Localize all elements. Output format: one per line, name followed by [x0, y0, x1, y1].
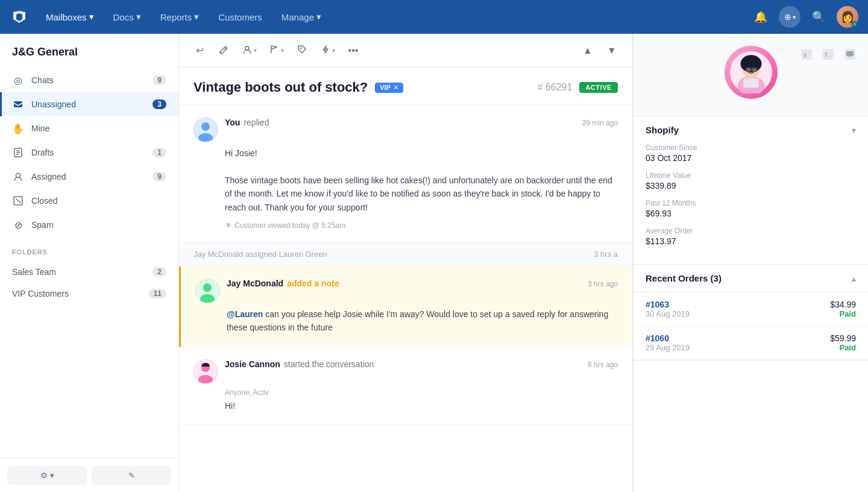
order-item: #1063 $34.99 30 Aug 2019 Paid — [634, 292, 868, 326]
tag-button[interactable] — [291, 40, 313, 62]
avg-order-row: Average Order $113.97 — [646, 227, 856, 246]
sidebar-item-sales-team[interactable]: Sales Team 2 — [0, 261, 178, 283]
user-avatar[interactable]: 👩 — [837, 6, 858, 28]
order-date: 29 Aug 2019 — [646, 343, 690, 352]
lifetime-value-value: $339.89 — [646, 181, 856, 191]
avatar — [193, 118, 218, 142]
nav-customers[interactable]: Customers — [211, 8, 269, 26]
nav-docs[interactable]: Docs ▾ — [106, 8, 148, 26]
flag-button[interactable]: ▾ — [264, 40, 289, 62]
settings-button[interactable]: ⚙ ▾ — [7, 466, 87, 485]
message-time: 3 hrs ago — [588, 280, 618, 288]
past-12-row: Past 12 Months $69.93 — [646, 199, 856, 218]
sidebar-item-label: Sales Team — [12, 267, 145, 277]
order-date: 30 Aug 2019 — [646, 309, 690, 318]
message-action: started the conversation — [284, 359, 374, 369]
message-item: You replied 29 min ago Hi Josie! Those v… — [179, 106, 632, 242]
search-icon[interactable]: 🔍 — [808, 6, 829, 28]
facebook-icon[interactable]: f — [798, 46, 815, 63]
svg-rect-34 — [746, 68, 751, 72]
vip-label: VIP — [380, 84, 391, 91]
compose-button[interactable]: ✎ — [92, 466, 171, 485]
sidebar-item-closed[interactable]: Closed — [0, 189, 178, 213]
shopify-section-header[interactable]: Shopify ▾ — [634, 116, 868, 144]
lightning-button[interactable]: ▾ — [315, 40, 340, 62]
notifications-icon[interactable]: 🔔 — [750, 6, 772, 28]
svg-rect-20 — [801, 49, 812, 60]
sidebar-bottom: ⚙ ▾ ✎ — [0, 458, 178, 492]
order-amount: $59.99 — [830, 333, 856, 343]
order-number[interactable]: #1063 — [646, 300, 669, 309]
sidebar-item-label: Closed — [31, 196, 166, 206]
sidebar-item-mine[interactable]: ✋ Mine — [0, 116, 178, 140]
prev-conversation-button[interactable]: ▲ — [577, 40, 599, 62]
assign-button[interactable]: ▾ — [237, 40, 262, 62]
nav-manage[interactable]: Manage ▾ — [274, 8, 329, 26]
svg-text:f: f — [804, 51, 807, 58]
conversation-title: Vintage boots out of stock? — [193, 80, 368, 95]
message-channel: Anyone, Activ — [225, 388, 618, 397]
order-row: #1060 $59.99 — [646, 333, 856, 343]
sidebar-item-vip-customers[interactable]: VIP Customers 11 — [0, 283, 178, 304]
conversation-id-row: # 66291 ACTIVE — [538, 82, 618, 93]
assigned-icon — [12, 171, 24, 183]
message-body: Hi! — [225, 399, 618, 412]
svg-rect-35 — [752, 68, 756, 72]
undo-icon: ↩ — [196, 45, 204, 56]
workspace-title: J&G General — [0, 34, 178, 68]
edit-button[interactable] — [213, 40, 234, 62]
chat-icon[interactable] — [841, 46, 858, 63]
unassigned-icon — [12, 98, 24, 110]
svg-point-10 — [300, 47, 302, 49]
closed-icon — [12, 195, 24, 207]
lightning-icon — [320, 44, 331, 57]
customer-since-value: 03 Oct 2017 — [646, 153, 856, 163]
message-meta: Jay McDonald added a note 3 hrs ago — [227, 279, 618, 288]
sidebar-item-chats[interactable]: ◎ Chats 9 — [0, 68, 178, 92]
orders-chevron-icon: ▴ — [852, 274, 856, 283]
chats-icon: ◎ — [12, 74, 24, 86]
more-button[interactable]: ••• — [342, 40, 364, 62]
assigned-count-badge: 9 — [153, 172, 166, 181]
message-meta: You replied 29 min ago — [225, 118, 618, 127]
app-logo[interactable] — [10, 7, 29, 27]
twitter-icon[interactable]: t — [820, 46, 837, 63]
past-12-value: $69.93 — [646, 209, 856, 218]
compose-icon: ✎ — [128, 471, 135, 480]
order-status-badge: Paid — [840, 343, 856, 352]
conversation-header: Vintage boots out of stock? VIP ✕ # 6629… — [179, 68, 632, 106]
sidebar-item-label: Mine — [31, 124, 166, 133]
avatar — [195, 279, 219, 303]
sidebar-item-unassigned[interactable]: Unassigned 3 — [0, 92, 178, 116]
sidebar-item-spam[interactable]: ⊘ Spam — [0, 213, 178, 237]
sidebar-item-label: Spam — [31, 220, 166, 230]
undo-button[interactable]: ↩ — [189, 40, 210, 62]
sales-team-count-badge: 2 — [153, 267, 166, 277]
avatar — [193, 359, 218, 383]
sidebar-item-assigned[interactable]: Assigned 9 — [0, 165, 178, 189]
nav-reports[interactable]: Reports ▾ — [153, 8, 207, 26]
sidebar-item-drafts[interactable]: Drafts 1 — [0, 140, 178, 165]
order-row-status: 30 Aug 2019 Paid — [646, 309, 856, 318]
vip-tag[interactable]: VIP ✕ — [375, 83, 403, 93]
main-layout: J&G General ◎ Chats 9 Unassigned 3 ✋ Min… — [0, 34, 868, 492]
message-viewed: 👁 Customer viewed today @ 5:25am — [225, 221, 618, 230]
system-event: Jay McDonald assigned Lauren Green 3 hrs… — [179, 242, 632, 266]
system-event-text: Jay McDonald assigned Lauren Green — [193, 250, 327, 259]
order-number[interactable]: #1060 — [646, 333, 669, 343]
past-12-label: Past 12 Months — [646, 199, 856, 207]
assign-chevron: ▾ — [254, 47, 257, 54]
avg-order-value: $113.97 — [646, 236, 856, 246]
admin-icon[interactable]: ⊕ ▾ — [779, 6, 800, 28]
recent-orders-header[interactable]: Recent Orders (3) ▴ — [634, 265, 868, 292]
nav-arrows: ▲ ▼ — [577, 40, 623, 62]
conversation-toolbar: ↩ ▾ — [179, 34, 632, 68]
next-conversation-button[interactable]: ▼ — [601, 40, 623, 62]
customer-since-label: Customer Since — [646, 144, 856, 152]
vip-remove-icon[interactable]: ✕ — [393, 84, 398, 92]
conversation-id: # 66291 — [538, 82, 573, 93]
spam-icon: ⊘ — [12, 219, 24, 231]
svg-point-9 — [245, 46, 249, 50]
social-icons: f t — [798, 46, 858, 63]
nav-mailboxes[interactable]: Mailboxes ▾ — [39, 8, 101, 26]
